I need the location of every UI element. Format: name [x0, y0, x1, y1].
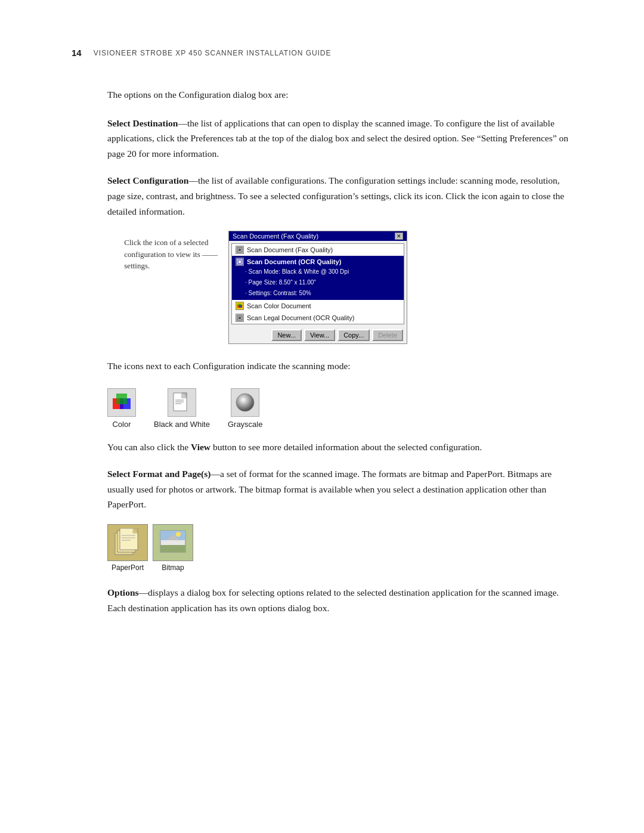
- svg-point-31: [176, 532, 181, 537]
- view-button[interactable]: View...: [304, 329, 335, 341]
- dialog-buttons-row: New... View... Copy... Delete: [229, 327, 407, 343]
- configuration-dialog[interactable]: Scan Document (Fax Quality) ✕ Scan Docum…: [228, 231, 407, 344]
- paperport-icon: [113, 528, 143, 557]
- dialog-caption-line1: Click the icon of a selected: [124, 238, 208, 247]
- bw-icon-item: Black and White: [154, 388, 210, 429]
- bw-icon-box: [168, 388, 196, 417]
- item-icon: [236, 314, 244, 322]
- item-label: Scan Color Document: [247, 302, 311, 309]
- svg-rect-8: [239, 317, 241, 319]
- options-term: Options: [107, 587, 139, 597]
- grayscale-icon-box: [231, 388, 259, 417]
- select-destination-paragraph: Select Destination—the list of applicati…: [107, 116, 572, 162]
- dialog-caption-line3: settings.: [124, 261, 150, 270]
- view-paragraph-post: button to see more detailed information …: [210, 442, 482, 452]
- item-icon: [236, 246, 244, 254]
- delete-button[interactable]: Delete: [372, 329, 403, 341]
- select-destination-term: Select Destination: [107, 118, 178, 128]
- bitmap-icon-box: [153, 524, 193, 561]
- bitmap-label: Bitmap: [162, 563, 184, 572]
- item-label: Scan Legal Document (OCR Quality): [247, 314, 354, 321]
- svg-rect-1: [239, 249, 241, 251]
- new-button[interactable]: New...: [271, 329, 302, 341]
- page-title: Visioneer Strobe XP 450 Scanner Installa…: [94, 49, 332, 57]
- grayscale-icon: [234, 392, 256, 413]
- dialog-titlebar: Scan Document (Fax Quality) ✕: [229, 231, 407, 241]
- format-icons-row: PaperPort: [107, 524, 572, 572]
- select-format-term: Select Format and Page(s): [107, 469, 210, 479]
- paperport-icon-box: [107, 524, 148, 561]
- scanning-mode-icons: Color: [107, 388, 572, 429]
- options-body: —displays a dialog box for selecting opt…: [107, 587, 559, 613]
- item-detail-3: · Settings: Contrast: 50%: [232, 289, 404, 300]
- list-item[interactable]: Scan Document (Fax Quality): [232, 244, 404, 256]
- list-item-selected[interactable]: Scan Document (OCR Quality): [232, 256, 404, 268]
- item-icon-selected: [236, 258, 244, 266]
- svg-rect-29: [160, 545, 185, 552]
- view-button-paragraph: You can also click the View button to se…: [107, 439, 572, 455]
- bitmap-icon: [158, 528, 188, 557]
- color-label: Color: [112, 420, 131, 429]
- color-icon: [112, 392, 132, 413]
- bw-icon: [172, 392, 191, 413]
- view-paragraph-pre: You can also click the: [107, 442, 191, 452]
- main-content: The options on the Configuration dialog …: [107, 88, 572, 615]
- item-label: Scan Document (Fax Quality): [247, 246, 333, 253]
- icons-row: Color: [107, 388, 572, 429]
- svg-rect-6: [238, 304, 241, 306]
- item-icon: [236, 302, 244, 310]
- icons-intro-text: The icons next to each Configuration ind…: [107, 358, 572, 374]
- color-icon-item: Color: [107, 388, 136, 429]
- format-icons-section: PaperPort: [107, 524, 572, 572]
- view-term: View: [191, 442, 210, 452]
- select-format-paragraph: Select Format and Page(s)—a set of forma…: [107, 466, 572, 512]
- close-button[interactable]: ✕: [395, 233, 403, 240]
- paperport-label: PaperPort: [112, 563, 144, 572]
- grayscale-label: Grayscale: [228, 420, 263, 429]
- select-configuration-paragraph: Select Configuration—the list of availab…: [107, 173, 572, 219]
- bw-label: Black and White: [154, 420, 210, 429]
- list-item[interactable]: Scan Color Document: [232, 300, 404, 312]
- bitmap-icon-item: Bitmap: [153, 524, 193, 572]
- svg-rect-11: [116, 394, 127, 404]
- svg-point-18: [236, 394, 254, 411]
- dialog-list: Scan Document (Fax Quality) Scan Documen…: [231, 243, 404, 324]
- grayscale-icon-item: Grayscale: [228, 388, 263, 429]
- list-item[interactable]: Scan Legal Document (OCR Quality): [232, 312, 404, 324]
- page: 14 Visioneer Strobe XP 450 Scanner Insta…: [0, 0, 644, 675]
- copy-button[interactable]: Copy...: [338, 329, 370, 341]
- item-detail-1: · Scan Mode: Black & White @ 300 Dpi: [232, 268, 404, 278]
- intro-paragraph: The options on the Configuration dialog …: [107, 88, 572, 103]
- options-paragraph: Options—displays a dialog box for select…: [107, 585, 572, 615]
- item-label-selected: Scan Document (OCR Quality): [247, 258, 341, 265]
- page-number: 14: [72, 48, 82, 58]
- dialog-caption-line2: configuration to view its: [124, 250, 200, 259]
- dialog-title: Scan Document (Fax Quality): [233, 233, 318, 240]
- svg-rect-3: [239, 261, 241, 263]
- paperport-icon-item: PaperPort: [107, 524, 148, 572]
- item-detail-2: · Page Size: 8.50" x 11.00": [232, 278, 404, 289]
- select-configuration-term: Select Configuration: [107, 175, 188, 185]
- page-header: 14 Visioneer Strobe XP 450 Scanner Insta…: [72, 48, 572, 58]
- dialog-area: Click the icon of a selected configurati…: [107, 231, 572, 344]
- color-icon-box: [107, 388, 136, 417]
